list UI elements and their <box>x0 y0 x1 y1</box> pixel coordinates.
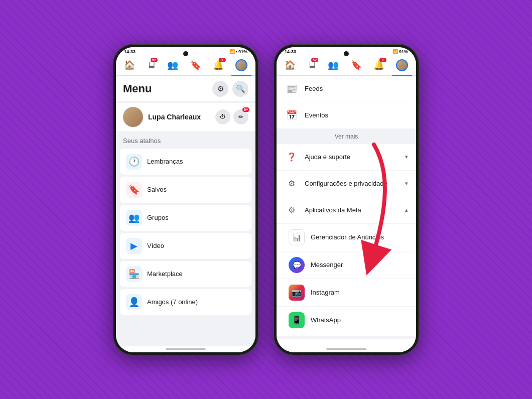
menu-item-marketplace[interactable]: 🏪 Marketplace <box>120 261 251 287</box>
lembranças-label: Lembranças <box>147 158 183 165</box>
nav-bar-1: 🏠 🖥 52 👥 🔖 🔔 1 <box>116 55 255 76</box>
wifi-icon: ▪ <box>236 49 237 54</box>
search-button[interactable]: 🔍 <box>232 81 248 97</box>
marketplace-icon-2: 🔖 <box>351 60 362 71</box>
friends-icon-2: 👥 <box>328 60 339 71</box>
ajuda-label: Ajuda e suporte <box>305 153 399 161</box>
feeds-label: Feeds <box>305 85 408 92</box>
status-icons-2: 📶 91% <box>392 49 408 54</box>
expanded-meta-section: 📊 Gerenciador de Anúncios 💬 Messenger 📷 … <box>277 224 416 334</box>
feeds-item[interactable]: 📰 Feeds <box>277 76 416 102</box>
home-icon-2: 🏠 <box>285 60 296 71</box>
nav-menu-1[interactable] <box>231 58 251 72</box>
meta-icon: ⚙ <box>285 203 299 217</box>
profile-avatar <box>123 107 143 127</box>
instagram-label: Instagram <box>311 289 408 296</box>
profile-left: Lupa Charleaux <box>123 107 201 127</box>
marketplace-icon-1: 🔖 <box>190 60 201 71</box>
eventos-item[interactable]: 📅 Eventos <box>277 102 416 129</box>
notif-badge-1: 1 <box>219 58 226 62</box>
menu-item-lembranças[interactable]: 🕐 Lembranças <box>120 149 251 175</box>
grupos-label: Grupos <box>147 214 169 221</box>
battery-1: 91% <box>238 49 247 54</box>
config-item[interactable]: ⚙ Configurações e privacidade ▾ <box>277 171 416 197</box>
instagram-item[interactable]: 📷 Instagram <box>277 279 416 307</box>
meta-label: Aplicativos da Meta <box>305 206 399 214</box>
avatar-nav-2 <box>396 59 408 71</box>
header-actions: ⚙ 🔍 <box>212 81 248 97</box>
nav-notif-2[interactable]: 🔔 1 <box>369 59 388 72</box>
video-badge-1: 52 <box>151 58 158 62</box>
eventos-icon: 📅 <box>285 108 299 122</box>
edit-button[interactable]: ✏ 9+ <box>233 109 248 124</box>
ads-icon: 📊 <box>289 229 305 245</box>
home-indicator-2 <box>277 346 416 352</box>
whatsapp-item[interactable]: 📱 WhatsApp <box>277 307 416 334</box>
camera-notch-2 <box>344 51 349 56</box>
lembranças-icon: 🕐 <box>126 154 142 170</box>
amigos-label: Amigos (7 online) <box>147 298 198 306</box>
ajuda-icon: ❓ <box>285 150 299 164</box>
settings-button[interactable]: ⚙ <box>212 81 228 97</box>
battery-2: 91% <box>399 49 408 54</box>
marketplace-menu-icon: 🏪 <box>126 266 142 282</box>
feeds-icon: 📰 <box>285 82 299 96</box>
nav-marketplace-2[interactable]: 🔖 <box>347 59 366 72</box>
wifi-icon-2: 📶 <box>392 49 398 54</box>
video-badge-2: 52 <box>311 58 318 62</box>
ads-item[interactable]: 📊 Gerenciador de Anúncios <box>277 224 416 251</box>
phone2-content: 📰 Feeds 📅 Eventos Ver mais ❓ Ajuda e sup… <box>277 76 416 346</box>
menu-title: Menu <box>123 82 152 95</box>
instagram-icon: 📷 <box>289 285 305 301</box>
nav-friends-1[interactable]: 👥 <box>163 59 182 72</box>
ajuda-chevron: ▾ <box>405 154 408 160</box>
menu-item-amigos[interactable]: 👤 Amigos (7 online) <box>120 289 251 315</box>
nav-video-2[interactable]: 🖥 52 <box>303 59 320 71</box>
home-icon-1: 🏠 <box>124 60 135 71</box>
ads-label: Gerenciador de Anúncios <box>311 233 408 241</box>
whatsapp-icon: 📱 <box>289 312 305 328</box>
nav-bar-2: 🏠 🖥 52 👥 🔖 🔔 1 <box>277 55 416 76</box>
ver-mais-divider[interactable]: Ver mais <box>277 129 416 144</box>
marketplace-label: Marketplace <box>147 270 183 278</box>
nav-video-1[interactable]: 🖥 52 <box>143 59 160 71</box>
menu-item-salvos[interactable]: 🔖 Salvos <box>120 177 251 203</box>
shortcuts-label: Seus atalhos <box>116 133 255 147</box>
edit-icon: ✏ <box>238 113 243 120</box>
messenger-label: Messenger <box>311 261 408 269</box>
nav-friends-2[interactable]: 👥 <box>324 59 343 72</box>
ajuda-item[interactable]: ❓ Ajuda e suporte ▾ <box>277 144 416 171</box>
video-label: Vídeo <box>147 242 164 249</box>
home-indicator-1 <box>116 346 255 352</box>
config-icon: ⚙ <box>285 177 299 191</box>
meta-apps-item[interactable]: ⚙ Aplicativos da Meta ▴ <box>277 197 416 224</box>
status-time-2: 14:33 <box>285 49 296 54</box>
nav-notif-1[interactable]: 🔔 1 <box>209 59 228 72</box>
menu-items-list: 🕐 Lembranças 🔖 Salvos 👥 Grupos ▶ Vídeo 🏪 <box>116 147 255 317</box>
salvos-icon: 🔖 <box>126 182 142 198</box>
phone-2: 14:33 📶 91% 🏠 🖥 52 👥 🔖 🔔 1 <box>274 44 419 355</box>
home-bar-1 <box>166 348 206 350</box>
camera-notch-1 <box>183 51 188 56</box>
phone-1: 14:33 📶 ▪ 91% 🏠 🖥 52 👥 🔖 🔔 <box>113 44 258 355</box>
home-bar-2 <box>326 348 366 350</box>
nav-marketplace-1[interactable]: 🔖 <box>186 59 205 72</box>
menu-item-video[interactable]: ▶ Vídeo <box>120 233 251 259</box>
config-chevron: ▾ <box>405 180 408 187</box>
status-time-1: 14:33 <box>124 49 136 54</box>
profile-name: Lupa Charleaux <box>148 113 201 121</box>
status-icons-1: 📶 ▪ 91% <box>229 49 247 54</box>
menu-item-grupos[interactable]: 👥 Grupos <box>120 205 251 231</box>
nav-menu-2[interactable] <box>392 58 412 72</box>
nav-home-1[interactable]: 🏠 <box>120 59 139 72</box>
profile-row: Lupa Charleaux ⏱ ✏ 9+ <box>116 103 255 131</box>
sair-button[interactable]: Sair <box>277 336 416 346</box>
amigos-icon: 👤 <box>126 294 142 310</box>
messenger-item[interactable]: 💬 Messenger <box>277 251 416 279</box>
story-button[interactable]: ⏱ <box>215 109 230 124</box>
nav-home-2[interactable]: 🏠 <box>281 59 300 72</box>
salvos-label: Salvos <box>147 186 167 193</box>
profile-actions: ⏱ ✏ 9+ <box>215 109 248 124</box>
sim-icon: 📶 <box>229 49 235 54</box>
eventos-label: Eventos <box>305 111 408 119</box>
